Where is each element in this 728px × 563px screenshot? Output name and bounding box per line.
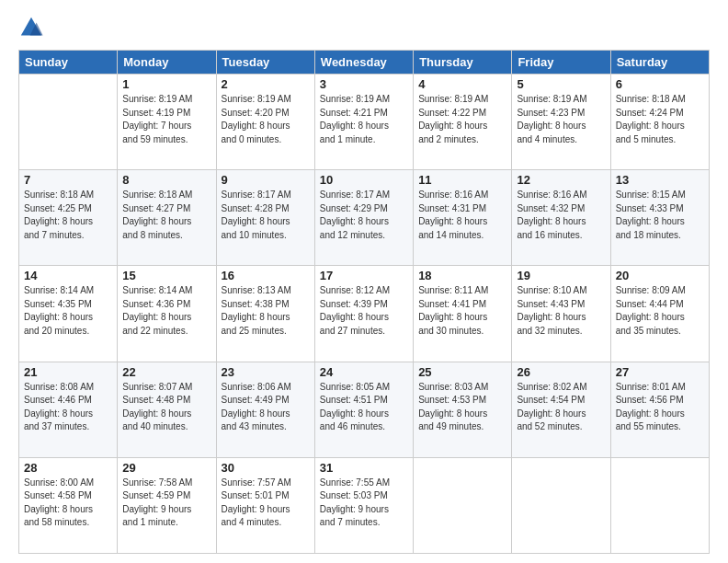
day-info: Sunrise: 8:17 AM Sunset: 4:28 PM Dayligh… xyxy=(222,189,310,242)
calendar-cell: 21Sunrise: 8:08 AM Sunset: 4:46 PM Dayli… xyxy=(19,362,118,457)
calendar-cell: 31Sunrise: 7:55 AM Sunset: 5:03 PM Dayli… xyxy=(314,457,413,553)
calendar-header-row: SundayMondayTuesdayWednesdayThursdayFrid… xyxy=(19,51,710,75)
calendar-cell: 23Sunrise: 8:06 AM Sunset: 4:49 PM Dayli… xyxy=(216,362,314,457)
logo-icon xyxy=(18,15,44,40)
calendar-cell: 22Sunrise: 8:07 AM Sunset: 4:48 PM Dayli… xyxy=(118,362,216,457)
day-info: Sunrise: 7:55 AM Sunset: 5:03 PM Dayligh… xyxy=(320,477,408,530)
day-number: 1 xyxy=(122,77,210,91)
day-number: 28 xyxy=(24,461,112,475)
day-info: Sunrise: 8:05 AM Sunset: 4:51 PM Dayligh… xyxy=(320,381,408,434)
day-info: Sunrise: 8:15 AM Sunset: 4:33 PM Dayligh… xyxy=(616,189,704,242)
calendar-cell: 20Sunrise: 8:09 AM Sunset: 4:44 PM Dayli… xyxy=(610,266,709,362)
week-row-2: 14Sunrise: 8:14 AM Sunset: 4:35 PM Dayli… xyxy=(19,266,710,362)
day-info: Sunrise: 8:08 AM Sunset: 4:46 PM Dayligh… xyxy=(24,381,112,434)
calendar-cell: 11Sunrise: 8:16 AM Sunset: 4:31 PM Dayli… xyxy=(414,170,512,266)
day-number: 13 xyxy=(616,173,704,187)
header-friday: Friday xyxy=(512,51,610,75)
day-number: 12 xyxy=(517,173,605,187)
calendar-cell: 26Sunrise: 8:02 AM Sunset: 4:54 PM Dayli… xyxy=(512,362,610,457)
calendar-cell: 18Sunrise: 8:11 AM Sunset: 4:41 PM Dayli… xyxy=(414,266,512,362)
day-info: Sunrise: 8:18 AM Sunset: 4:25 PM Dayligh… xyxy=(24,189,112,242)
day-number: 25 xyxy=(418,365,506,379)
day-number: 18 xyxy=(418,269,506,282)
week-row-4: 28Sunrise: 8:00 AM Sunset: 4:58 PM Dayli… xyxy=(19,457,710,553)
calendar-cell: 14Sunrise: 8:14 AM Sunset: 4:35 PM Dayli… xyxy=(19,266,118,362)
day-info: Sunrise: 8:12 AM Sunset: 4:39 PM Dayligh… xyxy=(320,284,408,338)
day-number: 6 xyxy=(616,77,704,91)
calendar-cell: 28Sunrise: 8:00 AM Sunset: 4:58 PM Dayli… xyxy=(19,457,118,553)
day-info: Sunrise: 8:02 AM Sunset: 4:54 PM Dayligh… xyxy=(517,381,605,434)
calendar-cell xyxy=(610,457,709,553)
header-tuesday: Tuesday xyxy=(216,51,314,75)
day-number: 30 xyxy=(222,461,310,475)
header-saturday: Saturday xyxy=(610,51,709,75)
calendar-cell xyxy=(414,457,512,553)
calendar-cell: 1Sunrise: 8:19 AM Sunset: 4:19 PM Daylig… xyxy=(118,75,216,170)
day-info: Sunrise: 8:16 AM Sunset: 4:32 PM Dayligh… xyxy=(517,189,605,242)
day-number: 10 xyxy=(320,173,408,187)
day-number: 4 xyxy=(418,77,506,91)
calendar-cell: 8Sunrise: 8:18 AM Sunset: 4:27 PM Daylig… xyxy=(118,170,216,266)
day-info: Sunrise: 8:16 AM Sunset: 4:31 PM Dayligh… xyxy=(418,189,506,242)
day-info: Sunrise: 8:19 AM Sunset: 4:23 PM Dayligh… xyxy=(517,93,605,146)
calendar: SundayMondayTuesdayWednesdayThursdayFrid… xyxy=(18,50,710,554)
calendar-cell: 15Sunrise: 8:14 AM Sunset: 4:36 PM Dayli… xyxy=(118,266,216,362)
day-number: 9 xyxy=(222,173,310,187)
day-number: 19 xyxy=(517,269,605,282)
day-info: Sunrise: 8:19 AM Sunset: 4:20 PM Dayligh… xyxy=(222,93,310,146)
calendar-cell: 17Sunrise: 8:12 AM Sunset: 4:39 PM Dayli… xyxy=(314,266,413,362)
day-number: 3 xyxy=(320,77,408,91)
calendar-cell xyxy=(512,457,610,553)
day-info: Sunrise: 8:18 AM Sunset: 4:27 PM Dayligh… xyxy=(122,189,210,242)
day-info: Sunrise: 8:00 AM Sunset: 4:58 PM Dayligh… xyxy=(24,477,112,530)
day-number: 20 xyxy=(616,269,704,282)
day-info: Sunrise: 8:19 AM Sunset: 4:21 PM Dayligh… xyxy=(320,93,408,146)
header-monday: Monday xyxy=(118,51,216,75)
day-number: 15 xyxy=(122,269,210,282)
week-row-1: 7Sunrise: 8:18 AM Sunset: 4:25 PM Daylig… xyxy=(19,170,710,266)
day-info: Sunrise: 7:57 AM Sunset: 5:01 PM Dayligh… xyxy=(222,477,310,530)
page: SundayMondayTuesdayWednesdayThursdayFrid… xyxy=(0,0,728,563)
calendar-cell: 5Sunrise: 8:19 AM Sunset: 4:23 PM Daylig… xyxy=(512,75,610,170)
day-info: Sunrise: 8:19 AM Sunset: 4:22 PM Dayligh… xyxy=(418,93,506,146)
day-info: Sunrise: 7:58 AM Sunset: 4:59 PM Dayligh… xyxy=(122,477,210,530)
day-number: 21 xyxy=(24,365,112,379)
header-thursday: Thursday xyxy=(414,51,512,75)
calendar-cell: 16Sunrise: 8:13 AM Sunset: 4:38 PM Dayli… xyxy=(216,266,314,362)
calendar-cell: 7Sunrise: 8:18 AM Sunset: 4:25 PM Daylig… xyxy=(19,170,118,266)
day-info: Sunrise: 8:13 AM Sunset: 4:38 PM Dayligh… xyxy=(222,284,310,338)
calendar-cell: 13Sunrise: 8:15 AM Sunset: 4:33 PM Dayli… xyxy=(610,170,709,266)
header-wednesday: Wednesday xyxy=(314,51,413,75)
day-number: 27 xyxy=(616,365,704,379)
calendar-cell: 24Sunrise: 8:05 AM Sunset: 4:51 PM Dayli… xyxy=(314,362,413,457)
day-info: Sunrise: 8:11 AM Sunset: 4:41 PM Dayligh… xyxy=(418,284,506,338)
calendar-cell: 9Sunrise: 8:17 AM Sunset: 4:28 PM Daylig… xyxy=(216,170,314,266)
day-number: 26 xyxy=(517,365,605,379)
day-info: Sunrise: 8:01 AM Sunset: 4:56 PM Dayligh… xyxy=(616,381,704,434)
day-number: 2 xyxy=(222,77,310,91)
header xyxy=(18,15,710,40)
calendar-cell: 6Sunrise: 8:18 AM Sunset: 4:24 PM Daylig… xyxy=(610,75,709,170)
calendar-cell: 4Sunrise: 8:19 AM Sunset: 4:22 PM Daylig… xyxy=(414,75,512,170)
day-number: 14 xyxy=(24,269,112,282)
day-number: 5 xyxy=(517,77,605,91)
week-row-0: 1Sunrise: 8:19 AM Sunset: 4:19 PM Daylig… xyxy=(19,75,710,170)
day-info: Sunrise: 8:14 AM Sunset: 4:35 PM Dayligh… xyxy=(24,284,112,338)
calendar-cell: 19Sunrise: 8:10 AM Sunset: 4:43 PM Dayli… xyxy=(512,266,610,362)
day-number: 16 xyxy=(222,269,310,282)
day-number: 22 xyxy=(122,365,210,379)
calendar-cell: 27Sunrise: 8:01 AM Sunset: 4:56 PM Dayli… xyxy=(610,362,709,457)
calendar-cell: 10Sunrise: 8:17 AM Sunset: 4:29 PM Dayli… xyxy=(314,170,413,266)
logo xyxy=(18,15,46,40)
header-sunday: Sunday xyxy=(19,51,118,75)
day-info: Sunrise: 8:09 AM Sunset: 4:44 PM Dayligh… xyxy=(616,284,704,338)
calendar-cell: 25Sunrise: 8:03 AM Sunset: 4:53 PM Dayli… xyxy=(414,362,512,457)
day-number: 23 xyxy=(222,365,310,379)
day-number: 17 xyxy=(320,269,408,282)
day-info: Sunrise: 8:14 AM Sunset: 4:36 PM Dayligh… xyxy=(122,284,210,338)
week-row-3: 21Sunrise: 8:08 AM Sunset: 4:46 PM Dayli… xyxy=(19,362,710,457)
calendar-cell: 3Sunrise: 8:19 AM Sunset: 4:21 PM Daylig… xyxy=(314,75,413,170)
day-info: Sunrise: 8:18 AM Sunset: 4:24 PM Dayligh… xyxy=(616,93,704,146)
day-info: Sunrise: 8:07 AM Sunset: 4:48 PM Dayligh… xyxy=(122,381,210,434)
day-number: 11 xyxy=(418,173,506,187)
